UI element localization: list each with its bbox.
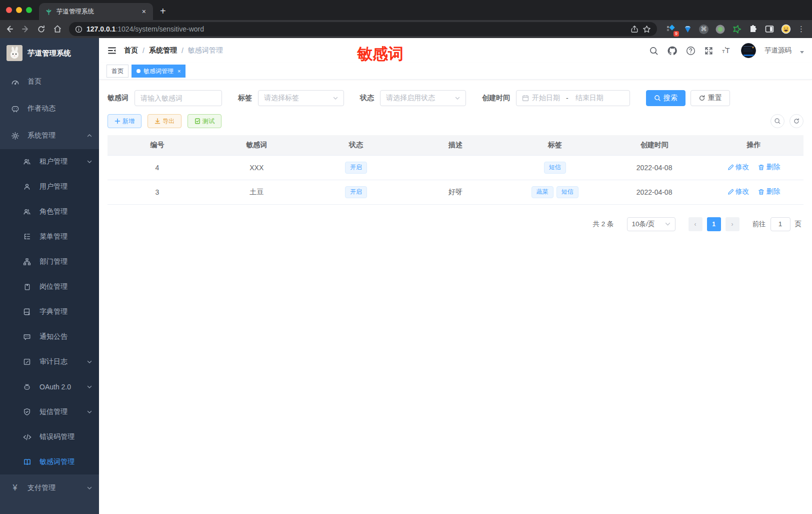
sidebar-item-sensitive-word[interactable]: 敏感词管理 xyxy=(0,449,99,474)
sidebar-item-payment[interactable]: ¥ 支付管理 xyxy=(0,474,99,501)
username[interactable]: 芋道源码 xyxy=(764,46,792,55)
keyword-input[interactable] xyxy=(140,94,216,102)
bookmark-star-icon[interactable] xyxy=(642,25,651,34)
cell-id: 4 xyxy=(108,155,207,180)
share-icon[interactable] xyxy=(630,25,638,33)
extensions-puzzle-icon[interactable] xyxy=(748,24,758,34)
sidebar-item-author-news[interactable]: 作者动态 xyxy=(0,95,99,122)
extension-cmd-icon[interactable]: ⌘ xyxy=(699,25,708,34)
delete-link-label: 删除 xyxy=(766,163,780,172)
sidebar-item-label: 字典管理 xyxy=(40,307,92,316)
system-submenu: 租户管理 用户管理 角色管理 菜单管 xyxy=(0,149,99,474)
sidebar-item-label: 首页 xyxy=(28,77,92,86)
sidebar-item-post[interactable]: 岗位管理 xyxy=(0,274,99,299)
url-bar[interactable]: 127.0.0.1:1024/system/sensitive-word xyxy=(69,22,657,36)
sidebar-item-role[interactable]: 角色管理 xyxy=(0,199,99,224)
goto-page-input[interactable] xyxy=(770,217,790,231)
sidebar-item-error-code[interactable]: 错误码管理 xyxy=(0,424,99,449)
prev-page-button[interactable]: ‹ xyxy=(688,217,702,231)
sidebar-item-label: 作者动态 xyxy=(28,104,92,113)
window-close-button[interactable] xyxy=(6,7,12,13)
back-icon[interactable] xyxy=(5,25,16,34)
sidebar-item-home[interactable]: 首页 xyxy=(0,68,99,95)
collapse-sidebar-icon[interactable] xyxy=(107,46,117,56)
split-screen-icon[interactable] xyxy=(764,24,774,34)
search-button[interactable]: 搜索 xyxy=(646,90,686,106)
goto-label: 前往 xyxy=(752,220,766,229)
reset-button[interactable]: 重置 xyxy=(690,90,730,106)
next-page-button[interactable]: › xyxy=(726,217,740,231)
extension-record-icon[interactable] xyxy=(715,24,725,34)
sidebar-item-system[interactable]: 系统管理 xyxy=(0,122,99,149)
search-icon[interactable] xyxy=(649,46,658,56)
help-icon[interactable] xyxy=(686,46,696,56)
sidebar-item-notice[interactable]: 通知公告 xyxy=(0,324,99,349)
window-controls xyxy=(0,0,39,20)
chevron-down-icon xyxy=(87,485,92,490)
sidebar-item-label: 系统管理 xyxy=(28,131,79,140)
reload-icon[interactable] xyxy=(37,25,48,34)
view-tab-home[interactable]: 首页 xyxy=(106,65,128,78)
home-icon[interactable] xyxy=(53,25,64,34)
window-zoom-button[interactable] xyxy=(26,7,32,13)
navbar-actions: TT 芋道源码 xyxy=(649,43,804,58)
breadcrumb-system[interactable]: 系统管理 xyxy=(149,46,177,55)
sidebar-item-audit-log[interactable]: 审计日志 xyxy=(0,349,99,374)
browser-tab[interactable]: 芋道管理系统 × xyxy=(39,3,153,20)
page-number-button[interactable]: 1 xyxy=(707,217,721,231)
sidebar-item-menu[interactable]: 菜单管理 xyxy=(0,224,99,249)
status-select[interactable]: 请选择启用状态 xyxy=(380,90,466,106)
col-header-word: 敏感词 xyxy=(207,135,306,155)
badge-icon xyxy=(22,283,32,291)
sidebar-item-oauth[interactable]: OAuth 2.0 xyxy=(0,374,99,399)
edit-link[interactable]: 修改 xyxy=(728,163,750,172)
github-icon[interactable] xyxy=(667,46,678,56)
browser-menu-icon[interactable]: ⋮ xyxy=(798,25,805,34)
extension-green-star-icon[interactable] xyxy=(732,24,742,34)
keyword-input-wrap xyxy=(134,90,222,106)
test-button[interactable]: 测试 xyxy=(188,114,222,128)
delete-link[interactable]: 删除 xyxy=(758,187,780,196)
add-button-label: 新增 xyxy=(122,117,134,126)
tab-close-icon[interactable]: × xyxy=(178,68,180,74)
view-tab-sensitive-word[interactable]: 敏感词管理 × xyxy=(132,65,186,78)
sidebar-item-dict[interactable]: 字典管理 xyxy=(0,299,99,324)
user-menu-caret-icon[interactable] xyxy=(800,51,804,54)
sidebar-item-user[interactable]: 用户管理 xyxy=(0,174,99,199)
page-size-select[interactable]: 10条/页 xyxy=(627,217,676,231)
add-button[interactable]: 新增 xyxy=(108,114,142,128)
col-header-desc: 描述 xyxy=(406,135,506,155)
font-size-icon[interactable]: TT xyxy=(722,46,732,56)
fullscreen-icon[interactable] xyxy=(704,46,714,56)
search-toggle-button[interactable] xyxy=(770,114,784,128)
new-tab-button[interactable]: + xyxy=(160,6,166,20)
export-button[interactable]: 导出 xyxy=(148,114,182,128)
user-avatar[interactable] xyxy=(741,43,756,58)
refresh-table-button[interactable] xyxy=(790,114,804,128)
profile-emoji-icon[interactable] xyxy=(781,24,791,34)
status-select-placeholder: 请选择启用状态 xyxy=(386,94,452,103)
tree-list-icon xyxy=(22,233,32,241)
status-filter-label: 状态 xyxy=(360,94,374,103)
date-range-picker[interactable]: 开始日期 - 结束日期 xyxy=(516,90,630,106)
edit-link[interactable]: 修改 xyxy=(728,187,750,196)
sidebar-item-dept[interactable]: 部门管理 xyxy=(0,249,99,274)
delete-link[interactable]: 删除 xyxy=(758,163,780,172)
dashboard-gauge-icon xyxy=(10,78,20,86)
cell-actions: 修改 删除 xyxy=(704,155,804,180)
tag-select[interactable]: 请选择标签 xyxy=(258,90,344,106)
logo-rabbit-image xyxy=(6,45,22,61)
site-info-icon[interactable] xyxy=(75,26,82,33)
extension-diamond-icon[interactable]: 9 xyxy=(666,24,676,34)
tab-close-icon[interactable]: × xyxy=(140,8,148,16)
breadcrumb-home[interactable]: 首页 xyxy=(124,46,138,55)
window-minimize-button[interactable] xyxy=(16,7,22,13)
app-title: 芋道管理系统 xyxy=(28,49,71,58)
sidebar-item-tenant[interactable]: 租户管理 xyxy=(0,149,99,174)
extension-gem-icon[interactable] xyxy=(682,24,692,34)
svg-text:T: T xyxy=(722,49,725,54)
forward-icon[interactable] xyxy=(21,25,32,34)
cell-word: XXX xyxy=(207,155,306,180)
tag-select-placeholder: 请选择标签 xyxy=(264,94,330,103)
sidebar-item-sms[interactable]: 短信管理 xyxy=(0,399,99,424)
